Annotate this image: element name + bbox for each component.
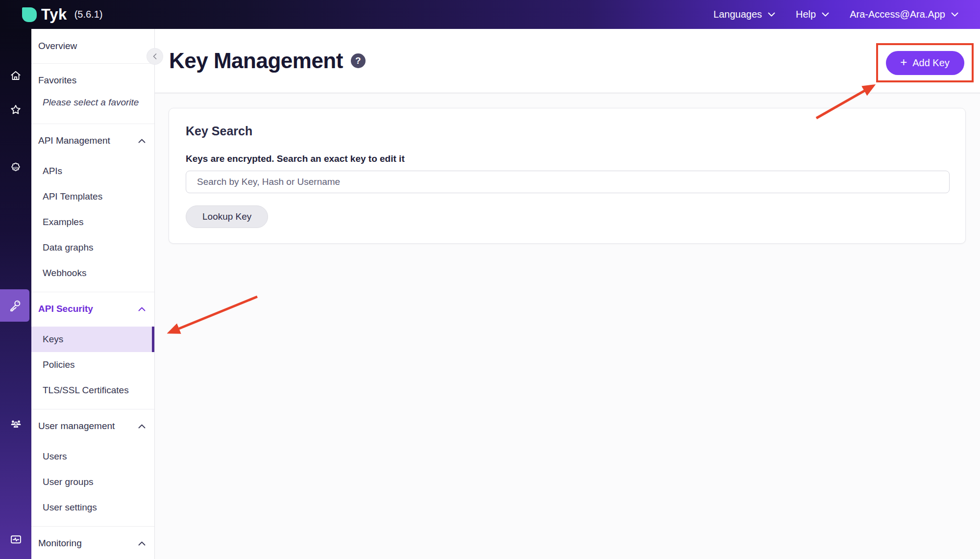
chevron-up-icon [138, 139, 146, 143]
sidebar-item-webhooks[interactable]: Webhooks [31, 260, 154, 286]
topbar-right-menu: Languages Help Ara-Access@Ara.App [713, 9, 958, 20]
sidebar-item-examples[interactable]: Examples [31, 209, 154, 235]
api-security-header-label: API Security [38, 304, 93, 314]
activity-monitor-icon[interactable] [0, 528, 31, 551]
tyk-dashboard-page: Tyk (5.6.1) Languages Help Ara-Access@Ar… [0, 0, 980, 559]
sidebar-section-user-management: User management Users User groups User s… [31, 409, 154, 527]
top-navigation-bar: Tyk (5.6.1) Languages Help Ara-Access@Ar… [0, 0, 980, 29]
sidebar-item-apis[interactable]: APIs [31, 158, 154, 184]
api-management-header[interactable]: API Management [31, 131, 154, 151]
icon-rail: </> [0, 29, 31, 559]
sidebar-item-user-settings[interactable]: User settings [31, 495, 154, 520]
sidebar-section-api-security: API Security Keys Policies TLS/SSL Certi… [31, 292, 154, 409]
svg-text:</>: </> [13, 166, 19, 170]
sidebar-item-keys[interactable]: Keys [31, 327, 154, 352]
languages-menu[interactable]: Languages [713, 9, 775, 20]
user-management-header[interactable]: User management [31, 416, 154, 436]
page-title: Key Management [169, 49, 343, 73]
languages-label: Languages [713, 9, 762, 20]
sidebar-item-api-templates[interactable]: API Templates [31, 184, 154, 209]
sidebar-section-api-management: API Management APIs API Templates Exampl… [31, 124, 154, 292]
monitoring-header[interactable]: Monitoring [31, 534, 154, 553]
user-group-icon[interactable] [0, 411, 31, 434]
sidebar-item-policies[interactable]: Policies [31, 352, 154, 378]
account-label: Ara-Access@Ara.App [850, 9, 945, 20]
page-header: Key Management ? + Add Key [155, 29, 980, 93]
sidebar-item-users[interactable]: Users [31, 444, 154, 469]
add-key-label: Add Key [912, 57, 950, 69]
home-icon[interactable] [0, 64, 31, 87]
chevron-down-icon [951, 12, 958, 17]
sidebar-item-tls-ssl-certificates[interactable]: TLS/SSL Certificates [31, 378, 154, 403]
chevron-up-icon [138, 307, 146, 311]
tyk-logo[interactable]: Tyk (5.6.1) [22, 6, 102, 24]
api-security-header[interactable]: API Security [31, 299, 154, 319]
chevron-left-icon [152, 53, 157, 60]
key-search-card: Key Search Keys are encrypted. Search an… [169, 108, 966, 244]
sidebar-item-user-groups[interactable]: User groups [31, 469, 154, 495]
sidebar-navigation: Overview Favorites Please select a favor… [31, 29, 155, 559]
overview-label: Overview [38, 41, 77, 51]
favorites-empty-note: Please select a favorite [31, 90, 154, 112]
help-label: Help [796, 9, 816, 20]
chevron-up-icon [138, 541, 146, 546]
sidebar-section-monitoring: Monitoring Activity overview [31, 527, 154, 559]
sidebar-item-overview[interactable]: Overview [31, 29, 154, 64]
key-icon[interactable] [0, 289, 29, 322]
user-management-header-label: User management [38, 421, 115, 432]
lookup-key-button[interactable]: Lookup Key [186, 205, 268, 228]
main-content: Key Management ? + Add Key Key Search Ke… [155, 29, 980, 559]
version-label: (5.6.1) [74, 9, 103, 20]
add-key-button[interactable]: + Add Key [886, 51, 964, 75]
api-gear-icon[interactable]: </> [0, 156, 31, 179]
key-search-description: Keys are encrypted. Search an exact key … [186, 153, 949, 164]
monitoring-header-label: Monitoring [38, 538, 82, 549]
sidebar-section-favorites: Favorites Please select a favorite [31, 64, 154, 124]
tyk-leaf-icon [22, 7, 37, 22]
star-icon[interactable] [0, 98, 31, 122]
plus-icon: + [900, 56, 907, 68]
sidebar-item-data-graphs[interactable]: Data graphs [31, 235, 154, 260]
card-title: Key Search [186, 124, 949, 138]
favorites-header[interactable]: Favorites [31, 71, 154, 90]
chevron-down-icon [822, 12, 829, 17]
question-mark-glyph: ? [355, 55, 361, 66]
favorites-header-label: Favorites [38, 75, 76, 86]
account-menu[interactable]: Ara-Access@Ara.App [850, 9, 958, 20]
help-menu[interactable]: Help [796, 9, 829, 20]
api-management-header-label: API Management [38, 135, 110, 146]
chevron-down-icon [768, 12, 775, 17]
chevron-up-icon [138, 424, 146, 429]
annotation-box-add-key: + Add Key [876, 43, 974, 82]
help-circle-icon[interactable]: ? [351, 53, 366, 68]
brand-name: Tyk [41, 6, 67, 24]
key-search-input[interactable] [186, 171, 950, 193]
sidebar-collapse-button[interactable] [147, 49, 163, 64]
